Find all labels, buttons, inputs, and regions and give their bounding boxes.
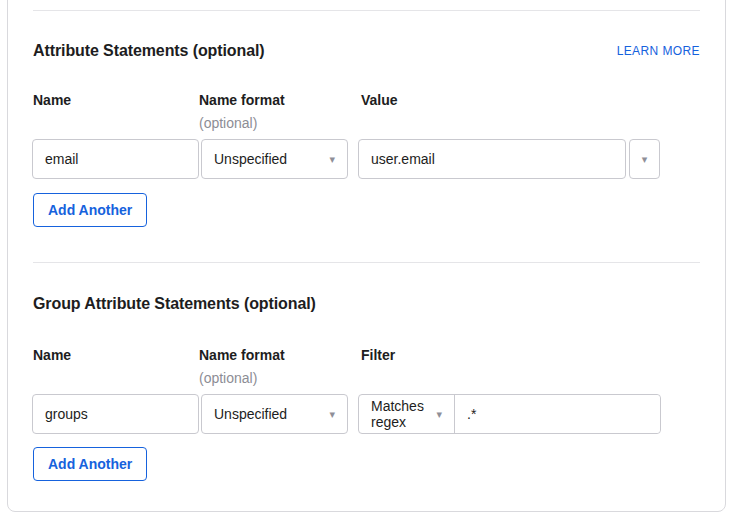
column-label-name-format: Name format <box>199 347 285 363</box>
caret-down-icon: ▾ <box>642 154 648 165</box>
column-label-name-format: Name format <box>199 92 285 108</box>
column-label-name: Name <box>33 347 71 363</box>
group-filter-type-select[interactable]: Matches regex ▾ <box>359 395 455 433</box>
group-filter-type-selected-value: Matches regex <box>371 398 436 430</box>
column-label-name: Name <box>33 92 71 108</box>
attribute-value-dropdown-button[interactable]: ▾ <box>629 139 660 179</box>
add-another-attribute-button[interactable]: Add Another <box>33 193 147 227</box>
saml-settings-page: Attribute Statements (optional) LEARN MO… <box>0 0 737 530</box>
caret-down-icon: ▾ <box>329 409 335 420</box>
group-name-format-select[interactable]: Unspecified ▾ <box>201 394 348 434</box>
group-attribute-name-input[interactable] <box>32 394 199 434</box>
settings-card <box>7 0 726 512</box>
caret-down-icon: ▾ <box>436 409 442 420</box>
attribute-value-input[interactable] <box>358 139 626 179</box>
group-filter-control: Matches regex ▾ <box>358 394 661 434</box>
attribute-statements-title: Attribute Statements (optional) <box>33 42 265 60</box>
section-divider <box>33 10 700 11</box>
caret-down-icon: ▾ <box>329 154 335 165</box>
learn-more-link[interactable]: LEARN MORE <box>617 44 700 58</box>
name-format-select[interactable]: Unspecified ▾ <box>201 139 348 179</box>
group-filter-value-input[interactable] <box>455 395 660 433</box>
group-attribute-statements-title: Group Attribute Statements (optional) <box>33 295 316 313</box>
group-name-format-selected-value: Unspecified <box>214 406 287 422</box>
column-label-optional-note: (optional) <box>199 370 257 386</box>
add-another-group-attribute-button[interactable]: Add Another <box>33 447 147 481</box>
section-divider <box>33 262 700 263</box>
column-label-optional-note: (optional) <box>199 115 257 131</box>
column-label-value: Value <box>361 92 398 108</box>
name-format-selected-value: Unspecified <box>214 151 287 167</box>
attribute-name-input[interactable] <box>32 139 199 179</box>
column-label-filter: Filter <box>361 347 395 363</box>
